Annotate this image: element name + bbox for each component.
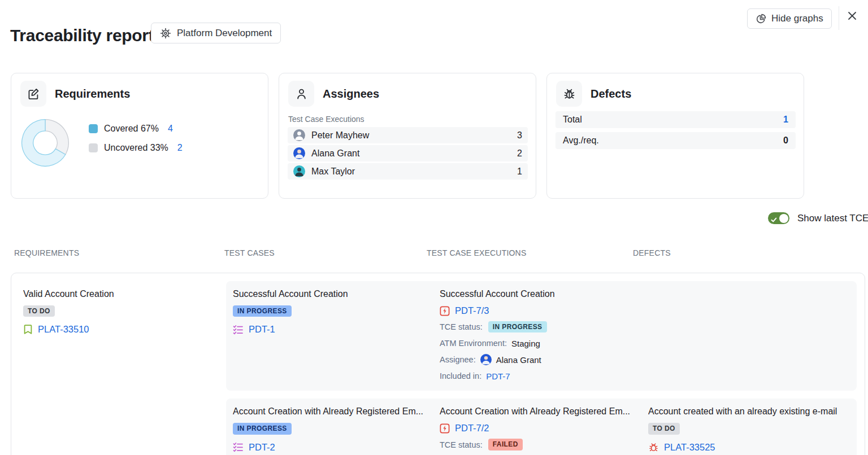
assignee-count: 2 (517, 148, 522, 159)
defect-cell-empty (648, 289, 849, 382)
test-case-execution-cell: Successful Account Creation PDT-7/3 TCE … (440, 289, 641, 382)
defect-title: Account created with an already existing… (648, 406, 849, 417)
pie-chart-icon (756, 14, 766, 24)
environment-label: ATM Environment: (440, 339, 507, 348)
status-badge: TO DO (23, 305, 55, 317)
test-case-title: Account Creation with Already Registered… (233, 406, 433, 417)
defect-cell: Account created with an already existing… (648, 406, 849, 455)
assignee-name: Alana Grant (311, 148, 359, 159)
assignee-value: Alana Grant (496, 355, 541, 365)
column-header-test-cases: TEST CASES (224, 248, 275, 257)
defects-avg-row: Avg./req. 0 (555, 132, 796, 149)
defects-total-label: Total (563, 115, 582, 125)
show-latest-tce-label: Show latest TCE (797, 213, 868, 224)
assignee-row-alana[interactable]: Alana Grant 2 (288, 145, 528, 161)
requirements-card-title: Requirements (55, 88, 130, 100)
test-case-key-link[interactable]: PDT-1 (249, 324, 275, 335)
assignee-count: 1 (517, 167, 522, 177)
column-header-test-case-executions: TEST CASE EXECUTIONS (427, 248, 526, 257)
test-case-title: Successful Account Creation (233, 289, 433, 299)
avatar-alana-grant (293, 147, 305, 159)
linked-items-panel: Account Creation with Already Registered… (226, 399, 857, 455)
defects-card: Defects Total 1 Avg./req. 0 (546, 73, 804, 199)
defect-bug-icon (648, 442, 659, 453)
test-case-execution-cell: Account Creation with Already Registered… (440, 406, 641, 455)
requirement-bookmark-icon (23, 324, 33, 335)
covered-count-link[interactable]: 4 (168, 124, 173, 134)
requirement-title: Valid Account Creation (23, 289, 226, 299)
column-header-defects: DEFECTS (633, 248, 671, 257)
close-icon[interactable] (843, 7, 861, 25)
execution-title: Successful Account Creation (440, 289, 641, 299)
assignee-count: 3 (517, 130, 522, 141)
defects-total-value-link[interactable]: 1 (783, 115, 788, 125)
show-latest-tce-row: Show latest TCE (768, 212, 868, 224)
page-title: Traceability report (10, 26, 154, 45)
uncovered-label: Uncovered 33% (104, 143, 168, 153)
included-in-label: Included in: (440, 371, 481, 380)
defects-card-title: Defects (591, 88, 631, 100)
assignee-row-peter[interactable]: Peter Mayhew 3 (288, 127, 528, 143)
assignee-label: Assignee: (440, 355, 476, 364)
header-divider (839, 6, 839, 30)
included-in-link[interactable]: PDT-7 (486, 371, 510, 381)
person-icon (288, 81, 314, 107)
assignees-subtitle: Test Case Executions (288, 115, 364, 124)
table-row: Valid Account Creation TO DO PLAT-33510 … (11, 281, 857, 391)
assignees-card-title: Assignees (323, 88, 379, 100)
legend-item-covered: Covered 67% 4 (89, 124, 183, 134)
avatar-max-taylor (293, 165, 305, 177)
execution-title: Account Creation with Already Registered… (440, 406, 641, 417)
defects-avg-label: Avg./req. (563, 135, 599, 146)
test-case-cell: Account Creation with Already Registered… (233, 406, 433, 455)
project-selector-button[interactable]: Platform Development (151, 23, 281, 43)
check-icon (771, 215, 777, 225)
requirement-key-link[interactable]: PLAT-33510 (38, 324, 89, 335)
environment-value: Staging (511, 339, 540, 348)
assignee-row-max[interactable]: Max Taylor 1 (288, 163, 528, 180)
column-header-requirements: REQUIREMENTS (14, 248, 79, 257)
avatar-peter-mayhew (293, 129, 305, 141)
requirement-cell: Valid Account Creation TO DO PLAT-33510 (11, 281, 226, 391)
coverage-legend: Covered 67% 4 Uncovered 33% 2 (89, 124, 183, 162)
covered-label: Covered 67% (104, 124, 159, 134)
tce-status-badge: FAILED (488, 439, 523, 450)
table-column-headers: REQUIREMENTS TEST CASES TEST CASE EXECUT… (0, 248, 868, 260)
avatar-alana-grant (480, 354, 492, 365)
traceability-report-page: Traceability report Platform Development… (0, 0, 868, 455)
execution-key-link[interactable]: PDT-7/3 (455, 305, 489, 316)
linked-items-panel: Successful Account Creation IN PROGRESS … (226, 281, 857, 391)
table-row: Account Creation with Already Registered… (11, 399, 857, 455)
tce-status-label: TCE status: (440, 322, 483, 331)
assignee-list: Peter Mayhew 3 Alana Grant 2 Max Taylor … (288, 127, 528, 181)
edit-icon (20, 81, 46, 107)
requirements-card: Requirements Covered 67% 4 Uncovered 33%… (11, 73, 268, 199)
execution-bolt-icon (440, 423, 450, 434)
covered-swatch (89, 124, 98, 133)
uncovered-count-link[interactable]: 2 (177, 143, 183, 153)
test-case-key-link[interactable]: PDT-2 (249, 442, 275, 453)
assignee-name: Peter Mayhew (311, 130, 369, 141)
project-selector-label: Platform Development (177, 28, 272, 39)
status-badge: IN PROGRESS (233, 423, 292, 434)
test-checklist-icon (233, 325, 244, 335)
traceability-table: Valid Account Creation TO DO PLAT-33510 … (11, 273, 865, 455)
hide-graphs-label: Hide graphs (771, 13, 823, 24)
test-checklist-icon (233, 442, 244, 452)
status-badge: IN PROGRESS (233, 305, 292, 317)
assignee-name: Max Taylor (311, 167, 355, 177)
execution-bolt-icon (440, 306, 450, 316)
defect-key-link[interactable]: PLAT-33525 (664, 442, 715, 453)
toggle-knob (779, 214, 788, 223)
tce-status-label: TCE status: (440, 440, 483, 449)
show-latest-tce-toggle[interactable] (768, 212, 789, 224)
defect-stats: Total 1 Avg./req. 0 (555, 111, 796, 153)
legend-item-uncovered: Uncovered 33% 2 (89, 143, 183, 153)
gear-icon (160, 28, 171, 39)
uncovered-swatch (89, 143, 98, 152)
tce-status-badge: IN PROGRESS (488, 321, 547, 333)
hide-graphs-button[interactable]: Hide graphs (747, 8, 832, 29)
status-badge: TO DO (648, 423, 680, 434)
execution-key-link[interactable]: PDT-7/2 (455, 423, 489, 434)
defects-avg-value: 0 (783, 135, 788, 146)
